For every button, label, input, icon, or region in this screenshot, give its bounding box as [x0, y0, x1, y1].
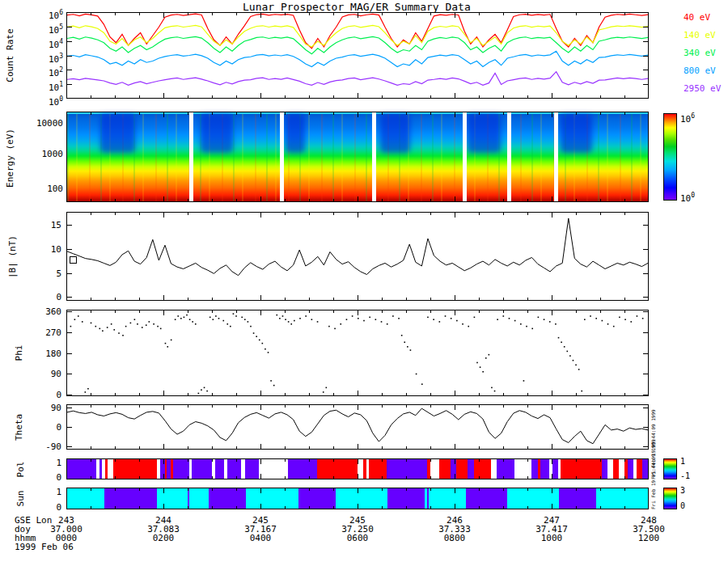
y-tick: [643, 374, 648, 374]
x-tick: [309, 405, 310, 408]
x-tick: [91, 476, 91, 479]
bmag-start-symbol: [70, 256, 77, 264]
y-tick: [67, 249, 72, 250]
sun-colorbar-top-label: 3: [680, 486, 685, 495]
x-tick: [552, 504, 552, 509]
sun-segment: [67, 488, 104, 509]
phi-point: [326, 387, 328, 389]
spectrogram-overlays: [67, 112, 648, 201]
phi-point: [259, 340, 260, 341]
x-tick: [163, 474, 164, 479]
x-tick: [236, 298, 237, 300]
x-tick: [406, 405, 407, 408]
x-tick: [188, 310, 188, 313]
y-tick: [643, 249, 648, 250]
x-tick: [430, 298, 431, 300]
x-tick: [139, 476, 140, 479]
x-tick: [115, 213, 116, 215]
x-tick: [406, 13, 407, 15]
x-tick: [479, 310, 480, 313]
x-tick: [358, 93, 358, 98]
x-tick: [576, 446, 577, 449]
x-tick: [333, 310, 334, 313]
pol-colorbar: [663, 458, 677, 479]
x-tick: [600, 112, 601, 115]
x-tick: [479, 405, 480, 408]
phi-point: [253, 332, 255, 334]
x-tick: [212, 199, 213, 201]
x-tick: [260, 488, 261, 493]
spectrogram-panel: [66, 112, 649, 202]
x-tick: [260, 196, 261, 201]
phi-point: [146, 324, 147, 326]
sun-segment: [298, 488, 336, 509]
x-tick: [503, 213, 504, 215]
phi-point: [427, 317, 429, 319]
x-tick: [600, 13, 601, 15]
phi-point: [630, 321, 632, 323]
phi-point: [215, 315, 217, 317]
x-tick: [309, 459, 310, 462]
series-40-eV: [67, 14, 648, 49]
x-tick: [576, 199, 577, 201]
x-tick: [212, 95, 213, 98]
phi-point: [494, 391, 496, 392]
pol-segment: [288, 459, 317, 479]
x-tick: [503, 310, 504, 313]
phi-point: [317, 321, 319, 323]
x-tick: [455, 405, 455, 410]
phi-point: [160, 328, 162, 330]
x-tick: [503, 393, 504, 395]
y-tick: [643, 332, 648, 333]
x-tick: [479, 393, 480, 395]
x-tick: [188, 459, 188, 462]
x-tick: [139, 393, 140, 395]
phi-point: [226, 323, 228, 325]
Theta-ytick: 0: [37, 423, 61, 432]
Phi-ytick: 180: [37, 349, 61, 358]
Phi-ytick: 360: [37, 307, 61, 316]
y-tick: [67, 273, 72, 274]
x-tick: [309, 476, 310, 479]
x-tick: [260, 474, 261, 479]
x-tick: [236, 393, 237, 395]
energy-ytick: 1000: [28, 150, 63, 158]
y-tick: [67, 70, 72, 70]
x-tick: [382, 112, 383, 115]
x-tick: [188, 213, 188, 215]
x-tick: [576, 488, 577, 491]
y-tick: [67, 56, 72, 57]
x-tick: [285, 459, 286, 462]
sun-segment: [466, 488, 506, 509]
x-axis-value: 0200: [139, 534, 188, 543]
wake-patch: [286, 114, 305, 153]
x-tick: [576, 405, 577, 408]
x-tick: [406, 506, 407, 509]
x-tick: [285, 506, 286, 509]
x-tick: [139, 95, 140, 98]
x-tick: [527, 405, 528, 408]
data-gap: [463, 112, 467, 201]
x-tick: [333, 506, 334, 509]
x-tick: [358, 213, 358, 218]
x-tick: [212, 405, 213, 408]
phi-point: [153, 323, 154, 325]
phi-point: [134, 319, 136, 320]
phi-point: [250, 326, 252, 327]
x-tick: [479, 446, 480, 449]
x-tick: [406, 446, 407, 449]
x-tick: [406, 393, 407, 395]
x-tick: [503, 405, 504, 408]
|B| (nT)-ytick: 5: [42, 269, 61, 278]
pol-segment: [173, 459, 189, 479]
x-tick: [358, 391, 358, 395]
x-tick: [455, 213, 455, 218]
pol-segment: [245, 459, 259, 479]
x-tick: [309, 213, 310, 215]
legend-entry: 40 eV: [684, 13, 721, 22]
phi-point: [642, 318, 644, 319]
x-tick: [552, 213, 552, 218]
x-tick: [503, 199, 504, 201]
x-tick: [139, 112, 140, 115]
x-tick: [285, 446, 286, 449]
